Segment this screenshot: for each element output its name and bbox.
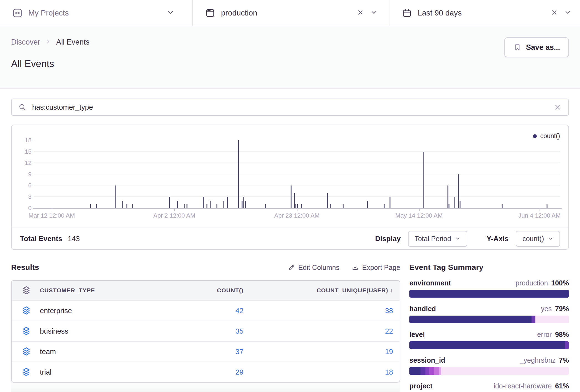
tag-segment	[439, 367, 442, 375]
yaxis-label: Y-Axis	[487, 234, 509, 243]
table-body: enterprise4238business3522team3719trial2…	[12, 300, 400, 382]
chart-bar	[265, 204, 266, 208]
tag-distribution-bar[interactable]	[409, 341, 569, 349]
chevron-down-icon[interactable]	[564, 9, 572, 17]
yaxis-dropdown[interactable]: count()	[516, 231, 560, 247]
display-dropdown[interactable]: Total Period	[408, 231, 467, 247]
tag-entry: session_id_yeghrsbnz7%	[409, 356, 569, 375]
count-unique-link[interactable]: 19	[385, 347, 393, 356]
table-footer-area	[11, 383, 400, 392]
tag-segment	[434, 367, 439, 375]
export-page-button[interactable]: Export Page	[351, 264, 400, 272]
chart-legend: count()	[533, 132, 560, 140]
stack-icon	[21, 367, 32, 377]
environment-selector[interactable]: production	[192, 0, 389, 26]
chart-bar	[127, 204, 127, 208]
tag-segment	[409, 341, 565, 349]
chevron-down-icon[interactable]	[167, 9, 174, 17]
breadcrumb-discover-link[interactable]: Discover	[11, 38, 40, 47]
tag-segment	[409, 290, 569, 298]
chart-bar	[186, 204, 187, 208]
chart-bar	[291, 185, 292, 208]
y-tick-label: 15	[25, 148, 32, 155]
count-link[interactable]: 35	[235, 327, 243, 335]
tag-percent: 61%	[555, 382, 569, 390]
tag-summary-heading: Event Tag Summary	[409, 260, 569, 275]
chart-bar	[207, 204, 207, 208]
stack-icon	[21, 285, 32, 296]
chart-bar	[116, 185, 116, 208]
gridline	[34, 174, 560, 174]
gridline	[34, 196, 560, 197]
chevron-down-icon	[455, 236, 461, 241]
count-link[interactable]: 42	[235, 306, 243, 315]
tag-segment	[420, 367, 425, 375]
legend-dot-icon	[533, 134, 537, 138]
tag-distribution-bar[interactable]	[409, 316, 569, 323]
breadcrumb: Discover All Events	[11, 38, 569, 47]
tag-entry: projectido-react-hardware61%	[409, 382, 569, 392]
tag-segment	[441, 367, 569, 375]
tag-segment	[409, 316, 532, 323]
column-header-count-unique[interactable]: COUNT_UNIQUE(USER)↓	[243, 287, 393, 294]
chart-bar	[367, 201, 368, 208]
y-tick-label: 6	[28, 182, 32, 189]
chart-bar	[423, 152, 424, 208]
table-row[interactable]: enterprise4238	[12, 300, 400, 321]
tag-percent: 100%	[551, 279, 569, 287]
tag-segment	[425, 367, 429, 375]
chevron-down-icon[interactable]	[370, 9, 378, 17]
chart-bar	[184, 204, 185, 208]
save-as-button[interactable]: Save as...	[504, 37, 569, 57]
edit-columns-button[interactable]: Edit Columns	[288, 264, 340, 272]
table-row[interactable]: team3719	[12, 341, 400, 362]
chart-bar	[297, 204, 298, 208]
tag-top-value: ido-react-hardware	[494, 382, 552, 390]
chart-bar	[238, 140, 239, 208]
chart-bar	[245, 201, 246, 208]
download-icon	[351, 264, 359, 271]
tag-distribution-bar[interactable]	[409, 290, 569, 298]
display-label: Display	[375, 234, 401, 243]
column-header-count[interactable]: COUNT()	[160, 287, 243, 294]
count-unique-link[interactable]: 38	[385, 306, 393, 315]
chart-bar	[460, 201, 461, 208]
top-filter-bar: My Projects production	[0, 0, 580, 26]
chart-plot	[34, 140, 560, 208]
clear-environment-icon[interactable]	[357, 9, 364, 17]
project-selector[interactable]: My Projects	[0, 0, 192, 26]
count-unique-link[interactable]: 22	[385, 327, 393, 335]
y-tick-label: 9	[28, 171, 32, 178]
y-tick-label: 12	[25, 159, 32, 167]
page-header: Discover All Events All Events Save as..…	[0, 26, 580, 89]
chart-bar	[227, 197, 228, 208]
count-link[interactable]: 37	[235, 347, 243, 356]
chart-bar	[449, 204, 450, 208]
project-selector-label: My Projects	[28, 9, 69, 17]
y-tick-label: 3	[28, 193, 32, 200]
chart-bar	[502, 204, 503, 208]
count-link[interactable]: 29	[235, 368, 243, 376]
stack-icon	[21, 326, 32, 336]
tag-distribution-bar[interactable]	[409, 367, 569, 375]
tag-top-value: production	[515, 279, 548, 287]
clear-daterange-icon[interactable]	[551, 9, 558, 17]
tag-name: level	[409, 331, 425, 339]
chart-bar	[242, 201, 243, 208]
page-title: All Events	[11, 58, 569, 69]
chart-bar	[294, 193, 295, 208]
gridline	[34, 185, 560, 185]
table-row[interactable]: business3522	[12, 321, 400, 341]
tag-entry: handledyes79%	[409, 305, 569, 323]
chart-bar	[177, 201, 178, 208]
sort-desc-icon: ↓	[390, 287, 393, 293]
table-row[interactable]: trial2918	[12, 362, 400, 382]
search-input[interactable]	[32, 103, 548, 112]
count-unique-link[interactable]: 18	[385, 368, 393, 376]
daterange-selector[interactable]: Last 90 days	[389, 0, 580, 26]
clear-search-icon[interactable]	[553, 103, 562, 111]
chart-bar	[169, 197, 170, 208]
column-header-customer-type[interactable]: CUSTOMER_TYPE	[40, 287, 95, 294]
chart-bar	[90, 204, 91, 208]
tag-segment	[535, 316, 569, 323]
